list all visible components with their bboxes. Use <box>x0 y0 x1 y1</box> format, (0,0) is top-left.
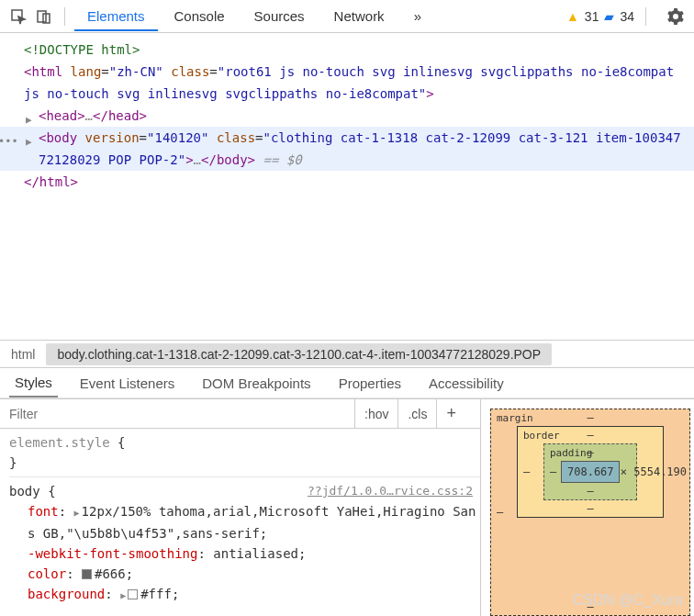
toolbar-status: ▲ 31 ▰ 34 <box>566 6 687 28</box>
color-swatch-icon[interactable] <box>82 569 92 579</box>
separator <box>645 7 646 26</box>
tab-console[interactable]: Console <box>162 1 238 31</box>
settings-icon[interactable] <box>665 6 687 28</box>
margin-label: margin <box>497 412 533 424</box>
dom-head[interactable]: ▶<head>…</head> <box>0 105 694 127</box>
new-rule-button[interactable]: + <box>436 399 465 428</box>
border-bottom: – <box>587 502 593 515</box>
rule-body[interactable]: ??jdf/1.0.0…rvice.css:2 body { font: ▶12… <box>9 481 480 610</box>
dom-html-close[interactable]: </html> <box>0 171 694 193</box>
content-size: 708.667 × 5554.190 <box>561 461 620 483</box>
message-icon[interactable]: ▰ <box>604 9 614 24</box>
tabs-overflow-icon[interactable]: » <box>401 1 434 31</box>
inspect-icon[interactable] <box>7 6 29 28</box>
subtab-properties[interactable]: Properties <box>333 370 407 397</box>
prop-font[interactable]: font: ▶12px/150% tahoma,arial,Microsoft … <box>9 501 480 543</box>
tab-elements[interactable]: Elements <box>74 1 158 31</box>
padding-left: – <box>550 465 556 478</box>
svg-rect-1 <box>38 11 46 22</box>
separator <box>64 7 65 26</box>
source-link[interactable]: ??jdf/1.0.0…rvice.css:2 <box>308 481 473 501</box>
breadcrumb: html body.clothing.cat-1-1318.cat-2-1209… <box>0 340 694 367</box>
styles-panel: :hov .cls + element.style { } ??jdf/1.0.… <box>0 399 481 616</box>
warning-count: 31 <box>585 9 599 24</box>
prop-color[interactable]: color: #666; <box>9 564 480 584</box>
cls-toggle[interactable]: .cls <box>397 399 436 428</box>
padding-bottom: – <box>587 485 593 498</box>
dom-body[interactable]: •••▶<body version="140120" class="clothi… <box>0 127 694 171</box>
margin-top: – <box>587 411 593 424</box>
box-model[interactable]: margin – border – – padding – – 708.667 … <box>481 399 694 616</box>
filter-input[interactable] <box>0 407 354 421</box>
border-label: border <box>523 430 560 442</box>
styles-subtabs: Styles Event Listeners DOM Breakpoints P… <box>0 367 694 398</box>
margin-left: – <box>497 506 503 519</box>
selected-dots-icon: ••• <box>0 130 18 152</box>
expand-arrow-icon[interactable]: ▶ <box>26 131 32 153</box>
filter-row: :hov .cls + <box>0 399 480 429</box>
message-count: 34 <box>620 9 634 24</box>
dom-doctype[interactable]: <!DOCTYPE html> <box>0 39 694 61</box>
css-rules: element.style { } ??jdf/1.0.0…rvice.css:… <box>0 429 480 610</box>
subtab-accessibility[interactable]: Accessibility <box>423 370 509 397</box>
border-left: – <box>523 465 530 478</box>
border-top: – <box>587 429 593 442</box>
crumb-body[interactable]: body.clothing.cat-1-1318.cat-2-12099.cat… <box>46 343 552 365</box>
color-swatch-icon[interactable] <box>128 589 138 599</box>
rule-element-style[interactable]: element.style { } <box>9 432 480 477</box>
warning-icon[interactable]: ▲ <box>566 9 579 24</box>
tab-network[interactable]: Network <box>321 1 397 31</box>
tab-sources[interactable]: Sources <box>241 1 318 31</box>
device-toggle-icon[interactable] <box>33 6 55 28</box>
hov-toggle[interactable]: :hov <box>354 399 397 428</box>
padding-top: – <box>587 446 593 459</box>
styles-area: :hov .cls + element.style { } ??jdf/1.0.… <box>0 398 694 616</box>
subtab-styles[interactable]: Styles <box>9 369 58 398</box>
subtab-event-listeners[interactable]: Event Listeners <box>74 370 180 397</box>
devtools-toolbar: Elements Console Sources Network » ▲ 31 … <box>0 0 694 33</box>
margin-bottom: – <box>587 600 593 613</box>
prop-font-smoothing[interactable]: -webkit-font-smoothing: antialiased; <box>9 543 480 564</box>
dom-tree[interactable]: <!DOCTYPE html> <html lang="zh-CN" class… <box>0 33 694 340</box>
prop-background[interactable]: background: ▶#fff; <box>9 584 480 606</box>
dom-html-open[interactable]: <html lang="zh-CN" class="root61 js no-t… <box>0 61 694 105</box>
subtab-dom-breakpoints[interactable]: DOM Breakpoints <box>196 370 316 397</box>
crumb-html[interactable]: html <box>0 343 46 365</box>
